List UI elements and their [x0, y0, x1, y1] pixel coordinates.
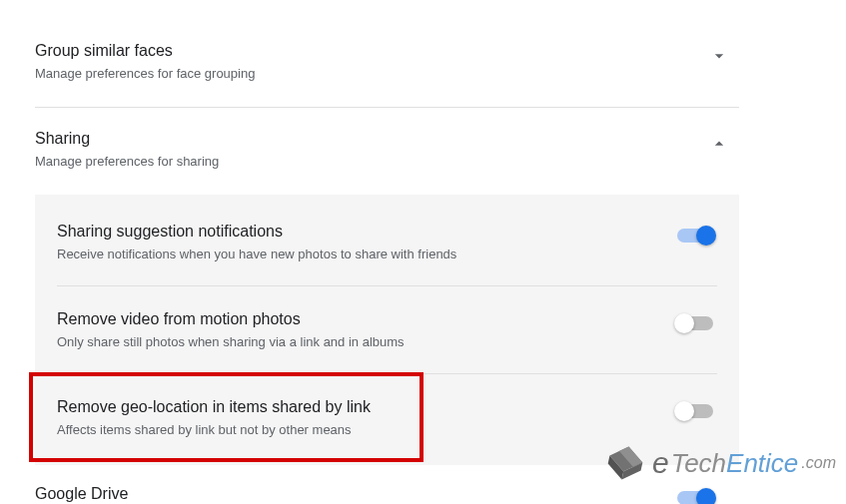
watermark-com: .com	[801, 454, 836, 472]
sharing-suggestion-toggle[interactable]	[677, 229, 713, 243]
faces-text: Group similar faces Manage preferences f…	[35, 40, 709, 83]
faces-title: Group similar faces	[35, 40, 709, 62]
remove-motion-row: Remove video from motion photos Only sha…	[35, 286, 739, 373]
sharing-suggestion-row: Sharing suggestion notifications Receive…	[35, 199, 739, 285]
chevron-up-icon[interactable]	[709, 128, 739, 158]
remove-motion-title: Remove video from motion photos	[57, 308, 677, 330]
watermark-tech: Tech	[671, 448, 726, 479]
sharing-sub: Manage preferences for sharing	[35, 153, 709, 171]
faces-section[interactable]: Group similar faces Manage preferences f…	[35, 30, 739, 93]
toggle-knob	[674, 401, 694, 421]
watermark-entice: Entice	[726, 448, 798, 479]
sharing-suggestion-sub: Receive notifications when you have new …	[57, 246, 677, 263]
remove-geo-sub: Affects items shared by link but not by …	[57, 421, 677, 439]
toggle-knob	[696, 226, 716, 246]
toggle-knob	[696, 488, 716, 504]
faces-sub: Manage preferences for face grouping	[35, 65, 709, 83]
sharing-section[interactable]: Sharing Manage preferences for sharing	[35, 108, 739, 181]
sharing-title: Sharing	[35, 128, 709, 150]
remove-motion-text: Remove video from motion photos Only sha…	[57, 308, 677, 351]
watermark-logo-icon	[600, 438, 650, 488]
google-drive-title: Google Drive	[35, 483, 677, 504]
google-drive-text: Google Drive Sync photos & videos from G…	[35, 483, 677, 504]
remove-geo-title: Remove geo-location in items shared by l…	[57, 396, 677, 418]
chevron-down-icon[interactable]	[709, 40, 739, 70]
watermark-e: e	[652, 446, 669, 480]
remove-geo-toggle[interactable]	[677, 404, 713, 418]
remove-motion-sub: Only share still photos when sharing via…	[57, 333, 677, 351]
toggle-knob	[674, 313, 694, 333]
sharing-panel: Sharing suggestion notifications Receive…	[35, 195, 739, 465]
sharing-suggestion-title: Sharing suggestion notifications	[57, 221, 677, 243]
sharing-text: Sharing Manage preferences for sharing	[35, 128, 709, 171]
remove-motion-toggle[interactable]	[677, 316, 713, 330]
remove-geo-text: Remove geo-location in items shared by l…	[57, 396, 677, 439]
google-drive-toggle[interactable]	[677, 491, 713, 504]
sharing-suggestion-text: Sharing suggestion notifications Receive…	[57, 221, 677, 263]
watermark: e Tech Entice .com	[604, 442, 836, 484]
